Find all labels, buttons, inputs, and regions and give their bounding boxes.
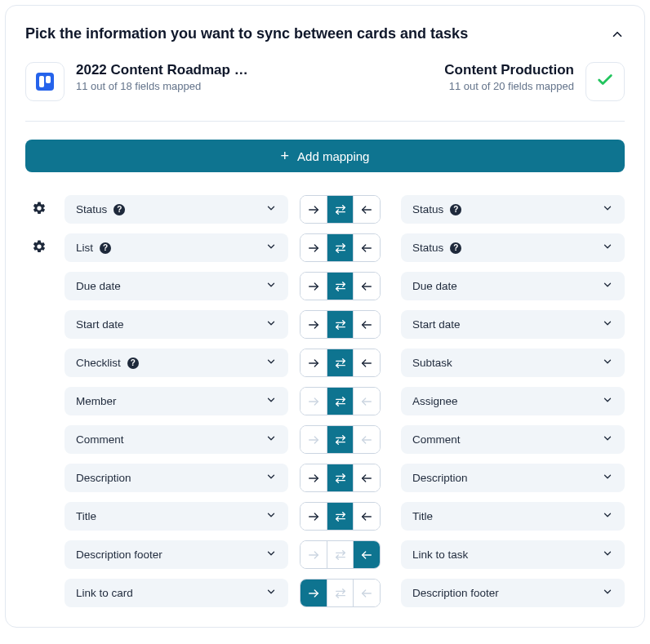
direction-right-button[interactable] (301, 541, 327, 568)
right-field-select[interactable]: Status? (401, 195, 625, 224)
chevron-down-icon (265, 586, 277, 601)
left-field-select[interactable]: List? (65, 233, 288, 262)
direction-left-button[interactable] (353, 311, 380, 338)
chevron-down-icon (265, 433, 277, 447)
direction-toggle (300, 310, 381, 339)
mapping-row: Checklist?Subtask (25, 349, 625, 377)
direction-toggle (300, 425, 381, 454)
chevron-down-icon (265, 356, 277, 371)
left-field-select[interactable]: Status? (65, 195, 288, 224)
right-field-select[interactable]: Status? (401, 233, 625, 262)
mapping-row: Due dateDue date (25, 272, 625, 300)
dest-app: Content Production 11 out of 20 fields m… (444, 62, 625, 101)
help-icon[interactable]: ? (114, 204, 125, 215)
direction-right-button[interactable] (301, 234, 327, 261)
right-field-label: Comment (412, 433, 461, 446)
help-icon[interactable]: ? (100, 242, 111, 254)
direction-both-button[interactable] (327, 464, 354, 491)
add-mapping-label: Add mapping (297, 149, 369, 163)
left-field-label: Member (76, 395, 117, 407)
chevron-down-icon (265, 241, 277, 255)
dest-status-icon (585, 62, 625, 101)
direction-right-button[interactable] (301, 503, 327, 530)
right-field-select[interactable]: Description footer (401, 579, 625, 607)
left-field-select[interactable]: Member (65, 387, 288, 415)
add-mapping-button[interactable]: + Add mapping (25, 140, 625, 172)
direction-both-button[interactable] (327, 234, 354, 261)
left-field-select[interactable]: Description (65, 464, 288, 492)
left-field-select[interactable]: Checklist? (65, 349, 288, 377)
chevron-down-icon (602, 241, 613, 255)
direction-both-button[interactable] (327, 196, 354, 223)
right-field-select[interactable]: Due date (401, 272, 625, 300)
direction-right-button[interactable] (301, 388, 327, 415)
chevron-down-icon (602, 394, 613, 409)
direction-both-button[interactable] (327, 349, 354, 376)
direction-left-button[interactable] (353, 234, 380, 261)
direction-left-button[interactable] (353, 464, 380, 491)
gear-icon[interactable] (32, 239, 47, 257)
help-icon[interactable]: ? (127, 358, 139, 369)
gear-col (25, 201, 53, 219)
mapping-row: Description footerLink to task (25, 540, 625, 569)
right-field-select[interactable]: Start date (401, 310, 625, 339)
help-icon[interactable]: ? (450, 242, 461, 254)
right-field-select[interactable]: Title (401, 502, 625, 531)
left-field-label: Start date (76, 318, 124, 331)
direction-left-button[interactable] (353, 196, 380, 223)
chevron-down-icon (265, 279, 277, 294)
dest-name: Content Production (444, 62, 574, 78)
right-field-select[interactable]: Description (401, 464, 625, 492)
right-field-select[interactable]: Comment (401, 425, 625, 454)
direction-left-button[interactable] (353, 541, 380, 568)
mapping-row: Status?Status? (25, 195, 625, 224)
direction-both-button[interactable] (327, 426, 354, 453)
direction-left-button[interactable] (353, 388, 380, 415)
direction-right-button[interactable] (301, 273, 327, 300)
left-field-select[interactable]: Link to card (65, 579, 288, 607)
right-field-select[interactable]: Link to task (401, 540, 625, 569)
right-field-label: Description footer (412, 587, 499, 599)
left-field-select[interactable]: Title (65, 502, 288, 531)
chevron-down-icon (602, 279, 613, 294)
direction-left-button[interactable] (353, 349, 380, 376)
help-icon[interactable]: ? (450, 204, 461, 215)
direction-left-button[interactable] (353, 273, 380, 300)
collapse-toggle[interactable] (610, 27, 625, 42)
direction-both-button[interactable] (327, 388, 354, 415)
left-field-label: Status? (76, 203, 125, 215)
direction-both-button[interactable] (327, 580, 354, 606)
gear-icon[interactable] (32, 201, 47, 219)
left-field-label: Description (76, 472, 131, 484)
direction-right-button[interactable] (301, 311, 327, 338)
direction-right-button[interactable] (301, 349, 327, 376)
right-field-label: Due date (412, 280, 457, 292)
direction-left-button[interactable] (353, 503, 380, 530)
direction-left-button[interactable] (353, 426, 380, 453)
direction-right-button[interactable] (301, 464, 327, 491)
right-field-label: Title (412, 510, 433, 522)
left-field-select[interactable]: Description footer (65, 540, 288, 569)
chevron-down-icon (265, 471, 277, 486)
direction-both-button[interactable] (327, 541, 354, 568)
left-field-label: List? (76, 242, 111, 254)
source-app: 2022 Content Roadmap … 11 out of 18 fiel… (25, 62, 248, 101)
left-field-select[interactable]: Start date (65, 310, 288, 339)
right-field-select[interactable]: Subtask (401, 349, 625, 377)
right-field-select[interactable]: Assignee (401, 387, 625, 415)
direction-right-button[interactable] (301, 196, 327, 223)
left-field-label: Checklist? (76, 357, 139, 369)
left-field-select[interactable]: Due date (65, 272, 288, 300)
direction-toggle (300, 387, 381, 415)
direction-right-button[interactable] (301, 580, 327, 606)
left-field-select[interactable]: Comment (65, 425, 288, 454)
chevron-down-icon (265, 318, 277, 332)
direction-left-button[interactable] (353, 580, 380, 606)
direction-right-button[interactable] (301, 426, 327, 453)
direction-both-button[interactable] (327, 311, 354, 338)
direction-toggle (300, 233, 381, 262)
direction-both-button[interactable] (327, 273, 354, 300)
right-field-label: Status? (412, 203, 461, 215)
direction-both-button[interactable] (327, 503, 354, 530)
chevron-down-icon (602, 356, 613, 371)
